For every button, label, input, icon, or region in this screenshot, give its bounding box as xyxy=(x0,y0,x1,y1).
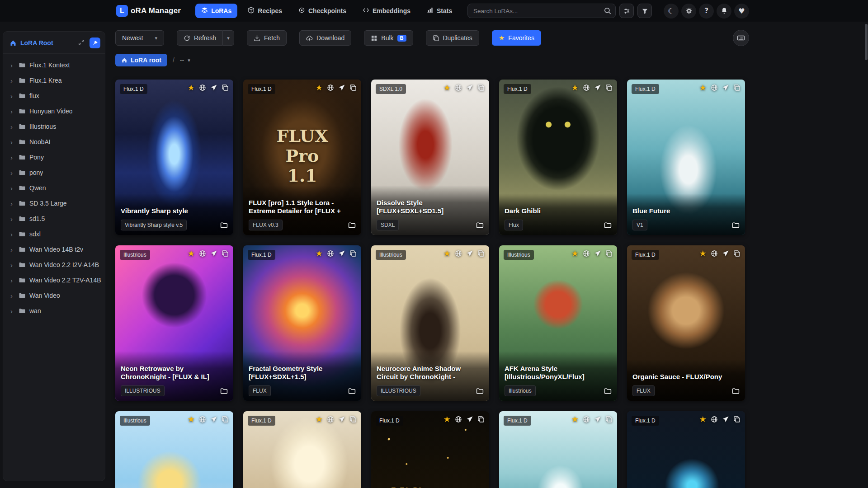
move-to-folder-icon[interactable] xyxy=(220,221,228,229)
nav-tab-embeddings[interactable]: Embeddings xyxy=(357,4,416,18)
favorite-star-icon[interactable]: ★ xyxy=(188,84,195,92)
lora-card[interactable]: Flux.1 D ★ Fractal Geometry Style [FLUX+… xyxy=(243,245,361,401)
send-icon[interactable] xyxy=(594,84,601,91)
globe-icon[interactable] xyxy=(711,84,718,91)
lora-card[interactable]: SDXL 1.0 ★ Dissolve Style [FLUX+SDXL+SD1… xyxy=(371,80,489,235)
globe-icon[interactable] xyxy=(583,416,590,423)
chevron-right-icon[interactable]: › xyxy=(10,292,15,299)
sidebar-folder-item[interactable]: › SD 3.5 Large xyxy=(6,196,102,211)
lora-card[interactable]: Illustrious ★ xyxy=(115,411,233,488)
filter-sliders-button[interactable] xyxy=(619,4,634,18)
notifications-button[interactable] xyxy=(717,4,731,19)
version-badge[interactable]: FLUX xyxy=(632,385,655,396)
chevron-right-icon[interactable]: › xyxy=(10,277,15,284)
theme-toggle-button[interactable]: ☾ xyxy=(664,4,679,19)
sidebar-folder-item[interactable]: › Flux.1 Kontext xyxy=(6,57,102,73)
move-to-folder-icon[interactable] xyxy=(348,387,356,395)
search-input[interactable] xyxy=(467,4,616,18)
send-icon[interactable] xyxy=(466,416,473,423)
pin-sidebar-button[interactable] xyxy=(90,38,100,48)
version-badge[interactable]: Flux xyxy=(505,220,523,230)
sidebar-folder-item[interactable]: › flux xyxy=(6,88,102,103)
move-to-folder-icon[interactable] xyxy=(476,387,484,395)
lora-card[interactable]: FLUX Pro 1.1 Flux.1 D ★ FLUX [pro] 1.1 S… xyxy=(243,80,361,235)
globe-icon[interactable] xyxy=(583,84,590,91)
favorite-star-icon[interactable]: ★ xyxy=(443,84,451,92)
scrollbar-thumb[interactable] xyxy=(865,24,868,60)
sidebar-folder-item[interactable]: › Wan Video 2.2 T2V-A14B xyxy=(6,272,102,288)
keyboard-shortcuts-button[interactable] xyxy=(733,30,749,46)
copy-icon[interactable] xyxy=(733,84,741,91)
chevron-right-icon[interactable]: › xyxy=(10,139,15,145)
breadcrumb-current[interactable]: -- ▾ xyxy=(180,56,190,64)
send-icon[interactable] xyxy=(466,84,473,91)
sidebar-folder-item[interactable]: › Hunyuan Video xyxy=(6,103,102,119)
nav-tab-stats[interactable]: Stats xyxy=(421,4,458,18)
app-logo[interactable]: L oRA Manager xyxy=(116,5,181,17)
move-to-folder-icon[interactable] xyxy=(732,221,740,229)
lora-card[interactable]: Flux.1 D ★ Vibrantly Sharp style Vibrant… xyxy=(115,80,233,235)
chevron-right-icon[interactable]: › xyxy=(10,62,15,69)
send-icon[interactable] xyxy=(466,250,473,257)
favorite-star-icon[interactable]: ★ xyxy=(699,84,707,92)
nav-tab-recipes[interactable]: Recipes xyxy=(242,4,288,18)
sidebar-root-link[interactable]: LoRA Root xyxy=(20,39,73,47)
lora-card[interactable]: Flux.1 D ★ xyxy=(627,411,745,488)
sidebar-folder-item[interactable]: › wan xyxy=(6,303,102,319)
send-icon[interactable] xyxy=(722,84,729,91)
sort-select[interactable]: Newest ▾ xyxy=(115,30,164,46)
copy-icon[interactable] xyxy=(349,84,357,91)
favorite-star-icon[interactable]: ★ xyxy=(571,415,579,423)
chevron-right-icon[interactable]: › xyxy=(10,308,15,314)
sidebar-folder-item[interactable]: › Qwen xyxy=(6,180,102,196)
favorites-heart-button[interactable]: ♥ xyxy=(734,4,749,19)
favorite-star-icon[interactable]: ★ xyxy=(188,415,195,423)
collapse-all-button[interactable] xyxy=(77,38,86,47)
copy-icon[interactable] xyxy=(222,84,229,91)
version-badge[interactable]: V1 xyxy=(632,220,647,230)
chevron-right-icon[interactable]: › xyxy=(10,93,15,99)
breadcrumb-root[interactable]: LoRA root xyxy=(115,54,167,66)
copy-icon[interactable] xyxy=(222,250,229,257)
sidebar-folder-item[interactable]: › Pony xyxy=(6,150,102,165)
chevron-right-icon[interactable]: › xyxy=(10,108,15,115)
version-badge[interactable]: Vibrantly Sharp style v.5 xyxy=(121,220,187,230)
bulk-button[interactable]: Bulk B xyxy=(364,30,413,46)
globe-icon[interactable] xyxy=(327,84,334,91)
sidebar-folder-item[interactable]: › Wan Video 14B t2v xyxy=(6,242,102,257)
sidebar-folder-item[interactable]: › Wan Video xyxy=(6,288,102,303)
page-scrollbar[interactable] xyxy=(864,22,868,488)
move-to-folder-icon[interactable] xyxy=(220,387,228,395)
send-icon[interactable] xyxy=(722,250,729,257)
favorite-star-icon[interactable]: ★ xyxy=(571,249,579,258)
send-icon[interactable] xyxy=(722,416,729,423)
copy-icon[interactable] xyxy=(605,250,613,257)
copy-icon[interactable] xyxy=(477,250,485,257)
favorite-star-icon[interactable]: ★ xyxy=(316,84,323,92)
sidebar-folder-item[interactable]: › NoobAI xyxy=(6,134,102,150)
chevron-right-icon[interactable]: › xyxy=(10,154,15,161)
move-to-folder-icon[interactable] xyxy=(476,221,484,229)
help-button[interactable]: ? xyxy=(699,4,714,19)
sidebar-folder-item[interactable]: › Flux.1 Krea xyxy=(6,73,102,88)
refresh-menu-button[interactable]: ▾ xyxy=(222,30,234,46)
chevron-right-icon[interactable]: › xyxy=(10,77,15,84)
chevron-right-icon[interactable]: › xyxy=(10,200,15,207)
refresh-button[interactable]: Refresh xyxy=(177,30,222,46)
copy-icon[interactable] xyxy=(605,416,613,423)
globe-icon[interactable] xyxy=(199,416,206,423)
move-to-folder-icon[interactable] xyxy=(348,221,356,229)
lora-card[interactable]: Flux.1 D ★ Blue Future V1 xyxy=(627,80,745,235)
globe-icon[interactable] xyxy=(455,250,462,257)
favorite-star-icon[interactable]: ★ xyxy=(699,415,707,423)
nav-tab-checkpoints[interactable]: Checkpoints xyxy=(292,4,352,18)
copy-icon[interactable] xyxy=(349,250,357,257)
nav-tab-loras[interactable]: LoRAs xyxy=(195,4,237,18)
chevron-right-icon[interactable]: › xyxy=(10,262,15,268)
settings-button[interactable] xyxy=(681,4,696,19)
copy-icon[interactable] xyxy=(349,416,357,423)
favorite-star-icon[interactable]: ★ xyxy=(443,249,451,258)
version-badge[interactable]: ILLUSTRIOUS xyxy=(377,385,420,396)
lora-card[interactable]: Illustrious ★ AFK Arena Style [Illustrio… xyxy=(499,245,617,401)
send-icon[interactable] xyxy=(594,416,601,423)
